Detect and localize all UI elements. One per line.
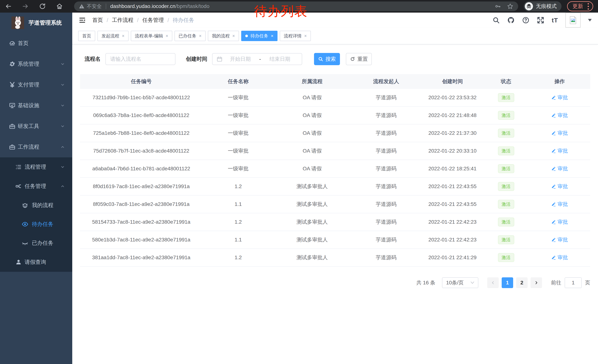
tab-todo-tasks[interactable]: 待办任务× [241,31,277,41]
chevron-down-icon [60,165,65,169]
table-row: 725a1eb6-7b88-11ec-8ef0-acde48001122 一级审… [80,124,590,142]
browser-menu-icon[interactable] [587,2,590,10]
avatar[interactable] [565,13,581,28]
page-button-1[interactable]: 1 [502,277,513,288]
status-badge: 激活 [498,253,514,262]
sidebar-item-task-mgmt[interactable]: 任务管理 [0,177,72,196]
cell-task-id: 381aa1dd-7ac8-11ec-a9e2-a2380e71991a [80,255,202,260]
sidebar-item-home[interactable]: 首页 [0,33,72,54]
cell-task-id: 069c6a63-7b8a-11ec-8ef0-acde48001122 [80,112,202,118]
help-icon[interactable] [522,16,530,24]
status-badge: 激活 [498,93,514,102]
bookmark-star-icon[interactable] [507,3,513,9]
cell-task-name: 一级审批 [202,112,274,119]
logo-row: 芋道管理系统 [0,13,72,33]
close-icon[interactable]: × [304,34,307,38]
approve-link[interactable]: 审批 [551,112,568,119]
cell-process: OA 请假 [274,147,350,154]
create-time-label: 创建时间 [186,55,207,63]
reload-icon[interactable] [39,3,46,10]
edit-icon [551,255,556,260]
chevron-down-icon [60,124,65,129]
approve-link[interactable]: 审批 [551,183,568,190]
sidebar-item-leave-query[interactable]: 请假查询 [0,252,72,272]
approve-link[interactable]: 审批 [551,165,568,172]
update-button[interactable]: 更新 [567,1,593,11]
reset-button[interactable]: 重置 [346,53,372,65]
approve-link[interactable]: 审批 [551,236,568,243]
sidebar: 芋道管理系统 首页 系统管理 支付管理 基础设施 研发工具 工作流 [0,13,72,364]
close-icon[interactable]: × [199,34,201,38]
sidebar-item-process-mgmt[interactable]: 流程管理 [0,157,72,177]
sidebar-item-done-tasks[interactable]: 已办任务 [0,234,72,252]
caret-down-icon[interactable] [588,19,592,22]
sidebar-item-workflow[interactable]: 工作流程 [0,137,72,157]
cell-process: OA 请假 [274,112,350,119]
cell-process: 测试多审批人 [274,201,350,208]
range-separator: - [258,56,262,62]
search-button[interactable]: 搜索 [314,53,340,65]
tab-home[interactable]: 首页 [78,31,95,41]
calendar-icon [216,56,223,62]
sidebar-item-todo-tasks[interactable]: 待办任务 [0,215,72,234]
chevron-up-icon [60,184,65,188]
flow-icon [15,183,22,190]
sidebar-item-system[interactable]: 系统管理 [0,54,72,74]
table-header: 任务编号 任务名称 所属流程 流程发起人 创建时间 状态 操作 [80,74,590,89]
forward-icon[interactable] [22,3,29,10]
approve-link[interactable]: 审批 [551,129,568,137]
header-actions: tT [492,13,592,28]
search-icon[interactable] [492,16,500,24]
collapse-sidebar-icon[interactable] [79,16,86,24]
eye-closed-icon [22,240,28,246]
next-page-button[interactable] [531,277,542,288]
approve-link[interactable]: 审批 [551,254,568,261]
tab-form-edit[interactable]: 流程表单-编辑× [131,31,172,41]
home-icon[interactable] [56,3,63,10]
close-icon[interactable]: × [122,34,125,38]
fullscreen-icon[interactable] [537,16,544,24]
close-icon[interactable]: × [166,34,168,38]
chevron-down-icon [60,62,65,66]
incognito-icon [525,2,533,10]
goto-page-input[interactable] [565,277,582,288]
tab-done-tasks[interactable]: 已办任务× [174,31,206,41]
cell-created: 2022-01-21 22:43:55 [422,201,483,207]
process-name-input[interactable] [105,53,175,65]
incognito-badge: 无痕模式 [524,1,562,11]
url-path[interactable]: /bpm/task/todo [175,3,209,9]
approve-link[interactable]: 审批 [551,201,568,208]
sidebar-item-infra[interactable]: 基础设施 [0,95,72,116]
close-icon[interactable]: × [271,34,274,38]
breadcrumb-workflow[interactable]: 工作流程 [112,16,133,24]
tab-my-process[interactable]: 我的流程× [208,31,239,41]
main-content: 首页 / 工作流程 / 任务管理 / 待办任务 tT 首页 [72,13,598,364]
page-button-2[interactable]: 2 [516,277,528,288]
prev-page-button[interactable] [487,277,499,288]
cell-starter: 芋道源码 [350,147,422,154]
date-range-picker[interactable]: 开始日期 - 结束日期 [212,53,302,65]
approve-link[interactable]: 审批 [551,218,568,226]
close-icon[interactable]: × [232,34,235,38]
tree-list-icon [15,164,22,170]
sidebar-item-devtools[interactable]: 研发工具 [0,116,72,137]
security-label[interactable]: 不安全 [87,3,102,10]
update-label[interactable]: 更新 [573,3,583,10]
browser-chrome: 不安全 dashboard.yudao.iocoder.cn /bpm/task… [0,0,598,13]
breadcrumb-task-mgmt[interactable]: 任务管理 [142,16,164,24]
tab-process-detail[interactable]: 流程详情× [280,31,311,41]
page-size-select[interactable]: 10条/页 [442,277,478,288]
url-host[interactable]: dashboard.yudao.iocoder.cn [110,3,175,9]
github-icon[interactable] [507,16,515,24]
cell-task-id: 73211d9d-7b9b-11ec-b5b7-acde48001122 [80,95,202,101]
sidebar-item-label: 待办任务 [32,220,53,228]
breadcrumb-home[interactable]: 首页 [92,16,103,24]
font-size-icon[interactable]: tT [552,17,558,24]
sidebar-item-my-process[interactable]: 我的流程 [0,196,72,215]
tab-start-process[interactable]: 发起流程× [98,31,129,41]
approve-link[interactable]: 审批 [551,147,568,154]
password-key-icon[interactable] [495,3,501,9]
approve-link[interactable]: 审批 [551,94,568,101]
sidebar-item-payment[interactable]: 支付管理 [0,74,72,95]
back-icon[interactable] [5,3,12,10]
